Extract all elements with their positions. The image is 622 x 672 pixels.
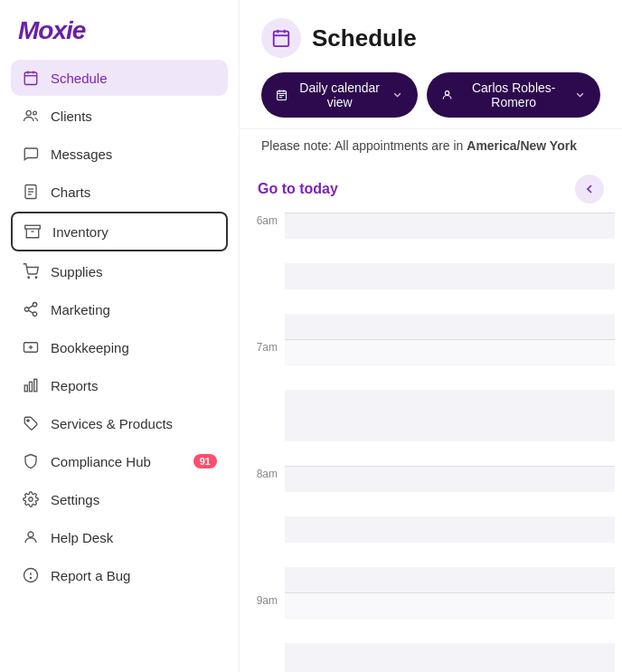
svg-rect-0 bbox=[24, 72, 37, 85]
time-label bbox=[247, 238, 285, 263]
time-cell[interactable] bbox=[285, 618, 615, 643]
time-cell[interactable] bbox=[285, 668, 615, 672]
calendar-area[interactable]: Go to today 6am7am8am9am10am bbox=[240, 162, 622, 672]
time-cell[interactable] bbox=[285, 415, 615, 440]
go-today-button[interactable]: Go to today bbox=[258, 181, 338, 197]
time-row bbox=[247, 314, 615, 339]
share-icon bbox=[22, 300, 40, 318]
nav-item-label: Clients bbox=[51, 109, 92, 124]
time-cell[interactable] bbox=[285, 643, 615, 668]
time-row: 8am bbox=[247, 466, 615, 491]
time-label: 8am bbox=[247, 466, 285, 491]
time-row bbox=[247, 516, 615, 542]
time-label bbox=[247, 567, 285, 592]
sidebar-item-supplies[interactable]: Supplies bbox=[11, 253, 228, 289]
time-cell[interactable] bbox=[285, 466, 615, 491]
svg-point-16 bbox=[33, 312, 37, 317]
time-cell[interactable] bbox=[285, 339, 615, 364]
sidebar-item-bookkeeping[interactable]: Bookkeeping bbox=[11, 329, 228, 365]
sidebar-item-inventory[interactable]: Inventory bbox=[11, 212, 228, 251]
svg-point-4 bbox=[26, 110, 31, 115]
sidebar-item-schedule[interactable]: Schedule bbox=[11, 60, 228, 96]
nav-item-label: Reports bbox=[51, 378, 99, 393]
sidebar: Moxie ScheduleClientsMessagesChartsInven… bbox=[0, 0, 240, 672]
time-row bbox=[247, 567, 615, 592]
time-row bbox=[247, 618, 615, 643]
sidebar-item-report-bug[interactable]: Report a Bug bbox=[11, 557, 228, 593]
time-grid: 6am7am8am9am10am bbox=[240, 213, 622, 672]
sidebar-item-clients[interactable]: Clients bbox=[11, 98, 228, 134]
user-selector-button[interactable]: Carlos Robles-Romero bbox=[427, 72, 600, 118]
gear-icon bbox=[22, 490, 40, 508]
warning-circle-icon bbox=[22, 566, 40, 584]
time-cell[interactable] bbox=[285, 440, 615, 466]
time-cell[interactable] bbox=[285, 238, 615, 263]
sidebar-item-reports[interactable]: Reports bbox=[11, 367, 228, 403]
time-cell[interactable] bbox=[285, 390, 615, 415]
svg-point-26 bbox=[28, 532, 33, 537]
sidebar-item-marketing[interactable]: Marketing bbox=[11, 291, 228, 327]
calendar-nav: Go to today bbox=[240, 162, 622, 213]
nav-item-label: Inventory bbox=[52, 224, 108, 240]
time-label bbox=[247, 364, 285, 390]
time-cell[interactable] bbox=[285, 491, 615, 516]
nav-item-label: Help Desk bbox=[51, 530, 113, 545]
sidebar-item-services-products[interactable]: Services & Products bbox=[11, 405, 228, 441]
sidebar-item-settings[interactable]: Settings bbox=[11, 481, 228, 517]
time-cell[interactable] bbox=[285, 592, 615, 618]
time-row: 6am bbox=[247, 213, 615, 238]
time-label bbox=[247, 491, 285, 516]
main-content: Schedule Daily calendar view bbox=[240, 0, 622, 672]
nav-item-label: Bookkeeping bbox=[51, 340, 129, 355]
time-cell[interactable] bbox=[285, 263, 615, 289]
nav-item-label: Charts bbox=[51, 185, 90, 200]
time-row: 7am bbox=[247, 339, 615, 364]
svg-point-40 bbox=[446, 91, 449, 95]
svg-rect-10 bbox=[25, 225, 41, 229]
time-cell[interactable] bbox=[285, 516, 615, 542]
time-cell[interactable] bbox=[285, 542, 615, 567]
page-title-row: Schedule bbox=[261, 18, 600, 58]
time-row bbox=[247, 440, 615, 466]
time-row bbox=[247, 491, 615, 516]
nav-item-label: Compliance Hub bbox=[51, 454, 151, 469]
time-label: 6am bbox=[247, 213, 285, 238]
sidebar-item-charts[interactable]: Charts bbox=[11, 174, 228, 210]
dollar-icon bbox=[22, 338, 40, 356]
time-label bbox=[247, 415, 285, 440]
time-label bbox=[247, 516, 285, 542]
time-cell[interactable] bbox=[285, 364, 615, 390]
time-label: 9am bbox=[247, 592, 285, 618]
sidebar-item-compliance-hub[interactable]: Compliance Hub91 bbox=[11, 443, 228, 479]
time-label bbox=[247, 390, 285, 415]
prev-day-button[interactable] bbox=[575, 175, 604, 203]
user-label: Carlos Robles-Romero bbox=[461, 80, 567, 109]
time-cell[interactable] bbox=[285, 213, 615, 238]
time-label: 7am bbox=[247, 339, 285, 364]
svg-point-5 bbox=[33, 111, 37, 115]
nav-item-label: Messages bbox=[51, 147, 112, 162]
tag-icon bbox=[22, 414, 40, 432]
time-cell[interactable] bbox=[285, 314, 615, 339]
users-icon bbox=[22, 107, 40, 125]
person-help-icon bbox=[22, 528, 40, 546]
svg-point-25 bbox=[29, 497, 33, 502]
svg-point-13 bbox=[35, 277, 37, 279]
time-row bbox=[247, 263, 615, 289]
svg-rect-23 bbox=[34, 379, 37, 392]
time-label bbox=[247, 643, 285, 668]
svg-point-15 bbox=[24, 308, 29, 312]
time-label bbox=[247, 618, 285, 643]
time-row bbox=[247, 238, 615, 263]
main-header: Schedule Daily calendar view bbox=[240, 0, 622, 129]
nav-item-label: Report a Bug bbox=[51, 568, 130, 583]
sidebar-item-help-desk[interactable]: Help Desk bbox=[11, 519, 228, 555]
calendar-view-button[interactable]: Daily calendar view bbox=[261, 72, 418, 118]
bar-chart-icon bbox=[22, 376, 40, 394]
sidebar-item-messages[interactable]: Messages bbox=[11, 136, 228, 172]
svg-rect-22 bbox=[30, 382, 33, 392]
app-logo: Moxie bbox=[11, 0, 228, 60]
time-cell[interactable] bbox=[285, 289, 615, 314]
svg-point-24 bbox=[27, 420, 29, 421]
time-cell[interactable] bbox=[285, 567, 615, 592]
